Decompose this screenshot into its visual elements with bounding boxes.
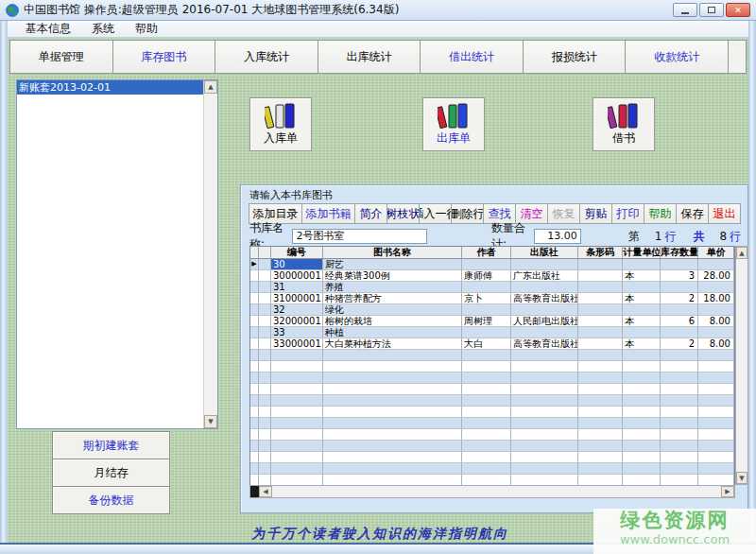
table-cell <box>462 441 511 452</box>
nav-button-2[interactable]: 库存图书 <box>113 41 216 73</box>
table-row-7[interactable]: 33种植 <box>250 327 734 338</box>
scroll-down-icon[interactable]: ▼ <box>204 415 217 428</box>
book-entry-panel: 请输入本书库图书 添加目录添加书籍简介树枝状插入一行删除行查找清空恢复剪贴打印帮… <box>240 184 748 513</box>
table-cell <box>698 350 734 361</box>
table-hscrollbar[interactable]: ◀ ▶ <box>249 485 735 498</box>
table-cell <box>511 372 578 384</box>
account-list-item-1[interactable]: 新账套2013-02-01 <box>17 80 204 95</box>
toolbar-button-14[interactable]: 退出 <box>708 203 741 224</box>
table-cell <box>623 429 661 441</box>
table-cell <box>578 463 624 475</box>
doc-button-label: 借书 <box>612 130 635 147</box>
account-list[interactable]: 新账套2013-02-01 ▲ ▼ <box>16 79 218 429</box>
table-cell <box>698 282 734 293</box>
table-cell <box>462 361 511 372</box>
store-name-input[interactable]: 2号图书室 <box>292 229 427 244</box>
table-cell <box>323 441 462 452</box>
nav-button-1[interactable]: 单据管理 <box>10 41 113 73</box>
side-button-1[interactable]: 期初建账套 <box>52 431 170 459</box>
scroll-down-icon[interactable]: ▼ <box>736 472 747 484</box>
nav-button-7[interactable]: 收款统计 <box>626 41 729 73</box>
table-row-empty[interactable] <box>250 395 734 407</box>
toolbar-button-2[interactable]: 添加书籍 <box>301 203 355 224</box>
row-indicator-cell <box>250 441 259 452</box>
table-row-empty[interactable] <box>250 407 734 418</box>
table-row-2[interactable]: 30000001经典菜谱300例康师傅广东出版社本328.00 <box>250 270 734 282</box>
toolbar-button-4[interactable]: 树枝状 <box>387 203 420 224</box>
menu-bar: 基本信息 系统 帮助 <box>8 21 748 38</box>
table-cell <box>511 407 578 418</box>
side-button-2[interactable]: 月结存 <box>52 459 170 487</box>
doc-button-1[interactable]: 入库单 <box>249 97 312 151</box>
table-cell <box>578 429 624 441</box>
toolbar-button-13[interactable]: 保存 <box>676 203 709 224</box>
minimize-button[interactable] <box>673 3 697 17</box>
scroll-up-icon[interactable]: ▲ <box>736 247 747 259</box>
table-row-3[interactable]: 31养殖 <box>250 282 734 293</box>
table-vscrollbar[interactable]: ▲ ▼ <box>735 246 748 485</box>
table-cell <box>623 463 661 475</box>
account-list-scrollbar[interactable]: ▲ ▼ <box>203 80 217 428</box>
table-row-empty[interactable] <box>250 463 734 475</box>
table-cell: 30000001 <box>271 270 323 282</box>
table-row-empty[interactable] <box>250 350 734 361</box>
table-row-empty[interactable] <box>250 384 734 395</box>
scroll-up-icon[interactable]: ▲ <box>204 80 217 94</box>
doc-button-3[interactable]: 借书 <box>593 97 655 151</box>
table-cell <box>511 384 578 395</box>
table-cell <box>661 407 698 418</box>
side-button-3[interactable]: 备份数据 <box>52 486 170 514</box>
toolbar-button-5[interactable]: 插入一行 <box>419 203 452 224</box>
table-cell: 康师傅 <box>462 270 511 282</box>
menu-item-system[interactable]: 系统 <box>81 21 125 37</box>
table-cell: 人民邮电出版社 <box>511 316 578 327</box>
nav-button-6[interactable]: 报损统计 <box>524 41 627 73</box>
table-cell <box>259 304 271 316</box>
scroll-track[interactable] <box>204 94 217 415</box>
toolbar-button-3[interactable]: 简介 <box>354 203 387 224</box>
table-row-4[interactable]: 31000001种猪营养配方京卜高等教育出版社本218.00 <box>250 293 734 304</box>
table-row-empty[interactable] <box>250 418 734 429</box>
menu-item-help[interactable]: 帮助 <box>125 21 168 37</box>
scrollbar-split-box[interactable] <box>250 486 259 497</box>
table-cell <box>462 418 511 429</box>
maximize-button[interactable] <box>699 3 724 17</box>
table-cell: 30 <box>271 259 323 270</box>
table-row-1[interactable]: ▶30厨艺 <box>250 259 734 270</box>
table-row-empty[interactable] <box>250 452 734 463</box>
scroll-track[interactable] <box>272 486 721 497</box>
menu-item-basic-info[interactable]: 基本信息 <box>15 21 81 37</box>
toolbar-button-10[interactable]: 剪贴 <box>579 203 612 224</box>
table-row-empty[interactable] <box>250 441 734 452</box>
scroll-right-icon[interactable]: ▶ <box>721 486 734 497</box>
books-icon <box>608 101 640 130</box>
table-cell <box>623 441 661 452</box>
toolbar-button-6[interactable]: 删除行 <box>451 203 484 224</box>
current-row-arrow-icon: ▶ <box>250 259 259 270</box>
table-row-6[interactable]: 32000001榕树的栽培周树理人民邮电出版社本68.00 <box>250 316 734 327</box>
table-row-5[interactable]: 32绿化 <box>250 304 734 316</box>
table-row-empty[interactable] <box>250 361 734 372</box>
table-cell <box>661 418 698 429</box>
doc-button-2[interactable]: 出库单 <box>422 97 485 151</box>
table-cell <box>623 418 661 429</box>
table-cell <box>578 372 624 384</box>
table-row-8[interactable]: 33000001大白菜种植方法大白高等教育出版社本28.00 <box>250 338 734 350</box>
nav-button-5[interactable]: 借出统计 <box>421 41 524 73</box>
table-cell <box>462 384 511 395</box>
table-row-empty[interactable] <box>250 372 734 384</box>
table-cell <box>578 441 624 452</box>
nav-button-4[interactable]: 出库统计 <box>318 41 421 73</box>
table-cell <box>578 304 624 316</box>
nav-button-3[interactable]: 入库统计 <box>215 41 318 73</box>
toolbar-button-11[interactable]: 打印 <box>611 203 644 224</box>
toolbar-button-12[interactable]: 帮助 <box>644 203 677 224</box>
row-indicator-cell <box>250 350 259 361</box>
scroll-track[interactable] <box>736 259 747 472</box>
row-indicator-cell <box>250 452 259 463</box>
close-button[interactable]: ✕ <box>726 3 750 17</box>
table-row-empty[interactable] <box>250 429 734 441</box>
scroll-left-icon[interactable]: ◀ <box>259 486 272 497</box>
window-controls: ✕ <box>671 3 750 17</box>
total-qty-input[interactable]: 13.00 <box>534 229 580 244</box>
